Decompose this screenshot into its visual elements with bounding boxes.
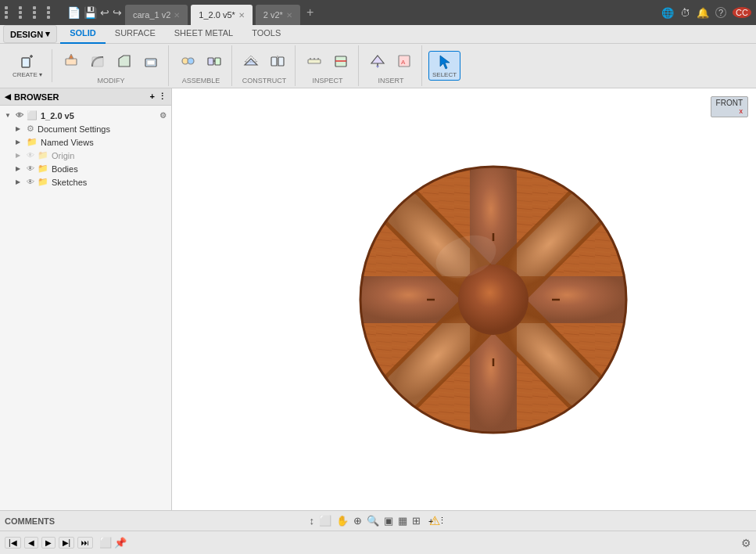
tab-close-cara[interactable]: ✕ — [174, 11, 180, 20]
btn-decal[interactable]: A — [392, 47, 417, 75]
group-modify: MODIFY — [54, 45, 169, 86]
timeline-pin-icon[interactable]: 📌 — [114, 537, 127, 549]
tree-label-root: 1_2.0 v5 — [41, 111, 156, 121]
svg-marker-27 — [376, 66, 379, 68]
svg-marker-4 — [69, 54, 73, 59]
tab-1-2-0-v5[interactable]: 1_2.0 v5* ✕ — [191, 5, 252, 25]
tree-eye-root[interactable]: 👁 — [16, 111, 23, 120]
pan-icon[interactable]: ✋ — [336, 515, 349, 527]
svg-rect-3 — [66, 59, 77, 65]
btn-select[interactable]: SELECT — [428, 51, 460, 81]
save-icon[interactable]: 💾 — [84, 6, 97, 19]
model-3d — [345, 151, 642, 448]
comments-label: COMMENTS — [5, 516, 55, 526]
tree-item-origin[interactable]: ▶ 👁 📁 Origin — [0, 149, 171, 162]
btn-chamfer[interactable] — [112, 47, 137, 75]
view-cube-label: FRONT — [716, 99, 743, 107]
playback-next[interactable]: ▶| — [59, 537, 75, 549]
playback-skip-end[interactable]: ⏭ — [77, 537, 93, 549]
view-cube[interactable]: FRONT x — [711, 96, 748, 117]
group-select: SELECT — [424, 49, 465, 82]
tree-arrow-root: ▼ — [5, 112, 13, 119]
redo-icon[interactable]: ↪ — [113, 6, 122, 19]
group-inspect: INSPECT — [297, 45, 359, 86]
bottom-right: ⚙ — [741, 537, 751, 549]
svg-rect-11 — [208, 58, 213, 65]
tab-solid[interactable]: SOLID — [60, 25, 106, 44]
tab-surface[interactable]: SURFACE — [106, 25, 165, 43]
view-cube-axes: x — [740, 107, 743, 115]
group-assemble: ASSEMBLE — [170, 45, 232, 86]
ribbon-buttons: CREATE ▾ — [0, 44, 756, 88]
tree-item-bodies[interactable]: ▶ 👁 📁 Bodies — [0, 162, 171, 175]
clock-icon[interactable]: ⏱ — [680, 7, 690, 19]
svg-rect-5 — [92, 57, 103, 67]
browser-panel: ◀ BROWSER + ⋮ ▼ 👁 ⬜ 1_2.0 v5 ⚙ ▶ ⚙ Docum… — [0, 88, 172, 510]
app-grid-icon[interactable] — [5, 6, 59, 19]
tree-icon-bodies: 📁 — [38, 164, 48, 174]
btn-press-pull[interactable] — [59, 47, 84, 75]
tree-eye-sketches[interactable]: 👁 — [27, 178, 34, 186]
btn-offset-plane[interactable] — [238, 47, 263, 75]
tree-label-origin: Origin — [52, 151, 167, 160]
tree-eye-origin[interactable]: 👁 — [27, 151, 34, 160]
browser-collapse-icon[interactable]: ◀ — [5, 92, 11, 101]
tab-label: cara_1 v2 — [133, 10, 170, 20]
grid-icon-1[interactable]: ▦ — [398, 515, 407, 527]
tab-sheet-metal[interactable]: SHEET METAL — [165, 25, 242, 43]
orbit-icon[interactable]: ⊕ — [353, 515, 362, 527]
user-avatar[interactable]: CC — [733, 7, 751, 18]
tab-tools[interactable]: TOOLS — [242, 25, 290, 43]
btn-new-component[interactable]: CREATE ▾ — [8, 51, 47, 81]
svg-rect-16 — [271, 57, 277, 66]
tab-cara-1-v2[interactable]: cara_1 v2 ✕ — [125, 5, 188, 25]
btn-insert-mesh[interactable] — [365, 47, 390, 75]
tab-label: 2 v2* — [263, 10, 283, 20]
playback-skip-start[interactable]: |◀ — [5, 537, 21, 549]
timeline-select-icon[interactable]: ⬜ — [99, 537, 112, 549]
globe-icon[interactable]: 🌐 — [661, 7, 674, 19]
tab-close-2v2[interactable]: ✕ — [286, 11, 292, 20]
undo-icon[interactable]: ↩ — [100, 6, 109, 19]
btn-joint[interactable] — [175, 47, 200, 75]
settings-gear-icon[interactable]: ⚙ — [741, 537, 751, 549]
help-icon[interactable]: ? — [715, 7, 726, 18]
display-icon[interactable]: ▣ — [384, 515, 393, 527]
tree-icon-settings: ⚙ — [27, 124, 34, 134]
tree-eye-bodies[interactable]: 👁 — [27, 164, 34, 173]
tab-2-v2[interactable]: 2 v2* ✕ — [256, 5, 300, 25]
svg-rect-0 — [22, 58, 30, 67]
browser-menu-icon[interactable]: ⋮ — [158, 92, 167, 102]
btn-midplane[interactable] — [265, 47, 290, 75]
titlebar-right-icons: 🌐 ⏱ 🔔 ? CC — [661, 7, 751, 19]
tree-item-root[interactable]: ▼ 👁 ⬜ 1_2.0 v5 ⚙ — [0, 109, 171, 122]
browser-add-icon[interactable]: + — [150, 92, 155, 102]
design-button[interactable]: DESIGN ▾ — [3, 25, 57, 43]
box-icon[interactable]: ⬜ — [319, 515, 331, 527]
grid-icon-2[interactable]: ⊞ — [412, 515, 421, 527]
notification-icon[interactable]: 🔔 — [697, 7, 709, 19]
zoom-icon[interactable]: 🔍 — [367, 515, 379, 527]
btn-rigid-group[interactable] — [202, 47, 227, 75]
tab-close-1-2-0[interactable]: ✕ — [238, 11, 245, 20]
tree-settings-root[interactable]: ⚙ — [159, 111, 167, 120]
btn-measure[interactable] — [302, 47, 327, 75]
move-icon[interactable]: ↕ — [310, 515, 315, 527]
tree-item-named-views[interactable]: ▶ 📁 Named Views — [0, 135, 171, 149]
file-icon[interactable]: 📄 — [67, 6, 81, 19]
design-dropdown-icon[interactable]: ▾ — [45, 29, 50, 39]
tree-label-doc-settings: Document Settings — [38, 124, 167, 134]
tree-icon-named-views: 📁 — [27, 137, 38, 147]
viewport[interactable]: FRONT x — [172, 88, 756, 510]
design-label: DESIGN — [10, 30, 43, 39]
modify-label: MODIFY — [98, 77, 125, 85]
btn-shell[interactable] — [138, 47, 163, 75]
tree-item-sketches[interactable]: ▶ 👁 📁 Sketches — [0, 175, 171, 189]
btn-fillet[interactable] — [85, 47, 110, 75]
playback-play[interactable]: ▶ — [41, 537, 56, 549]
playback-prev[interactable]: ◀ — [24, 537, 38, 549]
add-tab-icon[interactable]: + — [306, 5, 314, 20]
btn-section-analysis[interactable] — [328, 47, 353, 75]
tree-icon-origin: 📁 — [38, 150, 48, 160]
tree-item-doc-settings[interactable]: ▶ ⚙ Document Settings — [0, 122, 171, 135]
